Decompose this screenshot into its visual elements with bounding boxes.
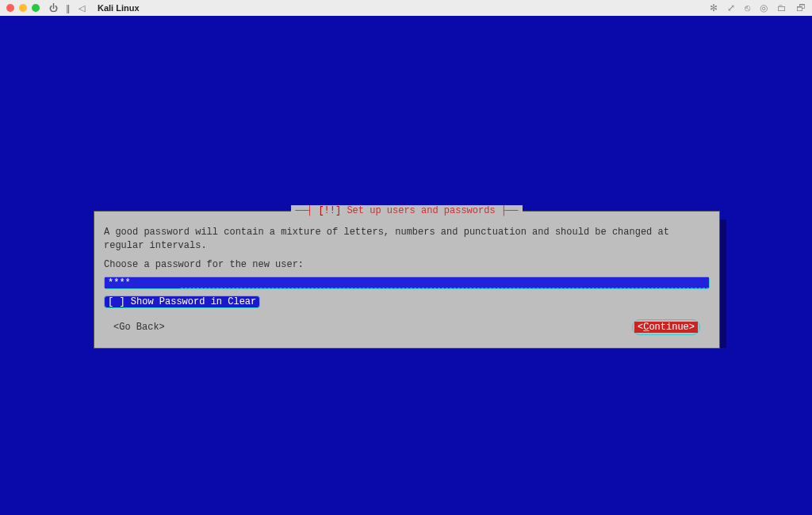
dialog-nav-row: <Go Back> <Continue> [104, 319, 710, 335]
password-field-wrap: **** [104, 277, 710, 289]
dialog-title-text: Set up users and passwords [347, 205, 495, 216]
password-input[interactable]: **** [104, 277, 710, 289]
dialog-title: ──┤ [!!] Set up users and passwords ├── [291, 205, 523, 216]
go-back-button[interactable]: <Go Back> [113, 322, 165, 333]
show-password-label: Show Password in Clear [131, 296, 256, 307]
password-description: A good password will contain a mixture o… [104, 226, 710, 253]
dialog-title-wrap: ──┤ [!!] Set up users and passwords ├── [94, 205, 719, 216]
folder-icon[interactable]: 🗀 [777, 2, 787, 13]
password-input-remainder [181, 277, 709, 288]
activity-icon[interactable]: ✻ [710, 2, 718, 13]
show-password-row: [ ] Show Password in Clear [104, 296, 710, 308]
password-prompt-label: Choose a password for the new user: [104, 259, 710, 270]
continue-button[interactable]: <Continue> [634, 322, 698, 333]
show-password-checkbox[interactable]: [ ] Show Password in Clear [104, 296, 260, 308]
windows-icon[interactable]: 🗗 [796, 2, 806, 13]
vm-name-label: Kali Linux [98, 3, 140, 13]
titlebar-right-icons: ✻ ⤢ ⎋ ◎ 🗀 🗗 [710, 2, 806, 13]
back-icon[interactable]: ◁ [79, 3, 85, 13]
maximize-window-button[interactable] [32, 4, 40, 12]
expand-icon[interactable]: ⤢ [727, 2, 735, 13]
titlebar-left-icons: ⏻ ‖ ◁ Kali Linux [49, 3, 140, 13]
pause-icon[interactable]: ‖ [66, 3, 71, 13]
password-setup-dialog: ──┤ [!!] Set up users and passwords ├── … [94, 211, 720, 349]
dialog-title-bang: [!!] [318, 205, 341, 216]
power-icon[interactable]: ⏻ [49, 3, 58, 13]
disc-icon[interactable]: ◎ [760, 2, 768, 13]
vm-screen: ──┤ [!!] Set up users and passwords ├── … [0, 16, 812, 515]
checkbox-brackets: [ ] [108, 296, 125, 307]
usb-icon[interactable]: ⎋ [745, 2, 750, 13]
minimize-window-button[interactable] [19, 4, 27, 12]
window-controls [6, 4, 40, 12]
continue-button-highlight: <Continue> [632, 319, 700, 335]
close-window-button[interactable] [6, 4, 14, 12]
window-titlebar: ⏻ ‖ ◁ Kali Linux ✻ ⤢ ⎋ ◎ 🗀 🗗 [0, 0, 812, 16]
password-masked-value: **** [105, 277, 181, 288]
